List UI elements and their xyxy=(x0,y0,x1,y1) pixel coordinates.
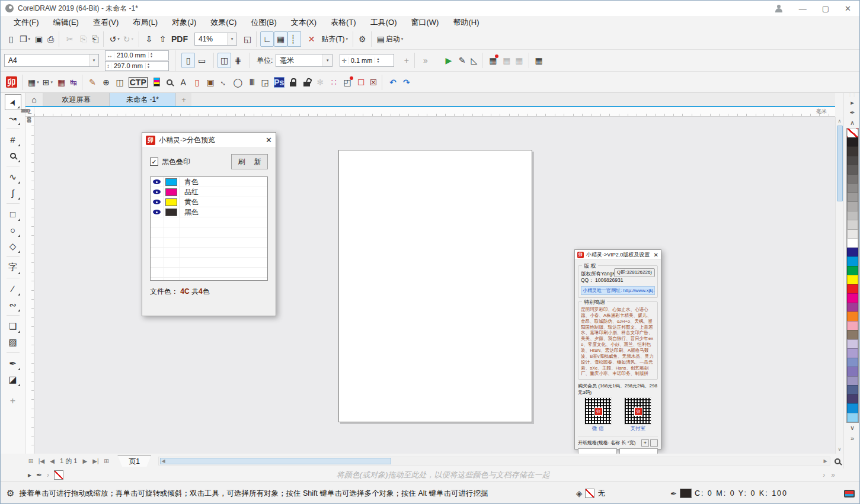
add-toolbar-button[interactable]: + xyxy=(401,53,415,68)
collapse-icon[interactable]: › xyxy=(47,471,49,479)
palette-color-swatch[interactable] xyxy=(847,146,858,156)
launch-button[interactable]: ▤ 启动 ▾ xyxy=(375,31,405,47)
palette-eyedropper-icon[interactable]: ✒ xyxy=(844,108,860,118)
official-site-link[interactable]: 小精灵唯一官网址: http://www.xjkj.com xyxy=(581,286,655,295)
proof-colors-icon[interactable] xyxy=(844,490,855,497)
add-tool-button[interactable]: + xyxy=(10,396,15,406)
pick-box-button[interactable]: ◲ ▾ xyxy=(258,75,272,90)
palette-color-swatch[interactable] xyxy=(847,137,858,147)
edit-macro-button[interactable]: ✎ xyxy=(455,53,469,68)
interactive-fill-tool[interactable]: ◪ xyxy=(5,371,21,387)
vertical-scroll-thumb[interactable] xyxy=(837,126,843,201)
snap-to-button[interactable]: 贴齐(T) ▾ xyxy=(318,31,353,47)
record-macro-button[interactable]: ▦ xyxy=(486,53,500,68)
group-frame-button[interactable]: ◰ ▾ xyxy=(341,75,354,90)
portrait-button[interactable]: ▯ xyxy=(181,53,195,68)
rectangle-tool[interactable]: □ xyxy=(5,206,21,222)
preview-zoom-button[interactable]: ▾ xyxy=(163,75,177,90)
refresh-button[interactable]: 刷 新 xyxy=(231,154,268,169)
page-1-tab[interactable]: 页1 xyxy=(117,455,151,467)
plugin-undo-button[interactable]: ↶ ▾ xyxy=(386,75,399,90)
print-button[interactable]: ⎙ ▾ xyxy=(46,31,59,47)
palette-color-swatch[interactable] xyxy=(847,211,858,221)
pick-tool[interactable]: ➤ xyxy=(5,94,21,110)
palette-color-swatch[interactable] xyxy=(847,358,858,368)
snap-off-button[interactable]: ✕ ▾ xyxy=(305,31,318,47)
plate-row[interactable]: 黑色 xyxy=(151,207,267,217)
snowflake-button[interactable]: ✻ ▾ xyxy=(314,75,327,90)
spec-name-input[interactable] xyxy=(578,448,617,454)
palette-color-swatch[interactable] xyxy=(847,238,858,248)
palette-color-swatch[interactable] xyxy=(847,385,858,395)
add-page-start-button[interactable]: ⊞ xyxy=(25,456,36,467)
imposition-button[interactable]: ◫ ▾ xyxy=(113,75,127,90)
macro-ruler-button[interactable]: ◺ xyxy=(469,53,482,68)
image-frame-button[interactable]: ▣ ▾ xyxy=(204,75,218,90)
undo-button[interactable]: ↺ ▾ xyxy=(107,31,121,47)
run-macro-button[interactable]: ▶ xyxy=(442,53,455,68)
alipay-label[interactable]: 支付宝 xyxy=(631,425,646,432)
plugin-redo-button[interactable]: ↷ ▾ xyxy=(399,75,413,90)
bspline-tool[interactable]: ∫ xyxy=(5,185,21,201)
last-page-button[interactable]: ▶| xyxy=(90,456,101,467)
polygon-tool[interactable]: ◇ xyxy=(5,238,21,254)
ellipse-tool[interactable]: ○ xyxy=(5,222,21,238)
palette-color-swatch[interactable] xyxy=(847,403,858,413)
palette-color-swatch[interactable] xyxy=(847,266,858,276)
menu-item[interactable]: 表格(T) xyxy=(324,16,363,29)
plate-row[interactable]: 青色 xyxy=(151,177,267,187)
show-grid-button[interactable]: ▦ ▾ xyxy=(274,31,287,47)
xjl-logo-button[interactable]: 卯 ▾ xyxy=(4,75,23,90)
palette-flyout-icon[interactable]: ▸ xyxy=(844,98,860,108)
expand-icon[interactable]: » xyxy=(831,471,835,479)
pen-button[interactable]: ✎ ▾ xyxy=(86,75,100,90)
menu-item[interactable]: 窗口(W) xyxy=(404,16,446,29)
drop-shadow-tool[interactable]: ❏ xyxy=(5,318,21,334)
gear-icon[interactable]: ⚙ xyxy=(7,488,14,499)
scale-button[interactable]: ↔ ▾ xyxy=(218,75,231,90)
cmyk-bars-button[interactable]: ▾ xyxy=(149,75,163,90)
palette-color-swatch[interactable] xyxy=(847,348,858,358)
spinner-arrows[interactable]: ▲▼ xyxy=(148,52,154,58)
maximize-button[interactable]: ▢ xyxy=(822,4,829,13)
tab-untitled-1[interactable]: 未命名 -1* xyxy=(110,93,176,106)
spinner-arrows[interactable]: ▲▼ xyxy=(375,57,381,63)
menu-item[interactable]: 位图(B) xyxy=(244,16,283,29)
scroll-left-icon[interactable]: ◀ xyxy=(159,458,168,464)
pause-macro-button[interactable]: ▦ xyxy=(500,53,513,68)
palette-scroll-down-icon[interactable]: ∨ xyxy=(844,423,860,433)
show-rulers-button[interactable]: ∟ ▾ xyxy=(260,31,274,47)
red-frame-button[interactable]: ▯ ▾ xyxy=(190,75,204,90)
docker-grid-button[interactable]: ▦ xyxy=(532,53,546,68)
flyout-icon[interactable]: ▸ xyxy=(28,471,31,479)
palette-color-swatch[interactable] xyxy=(847,394,858,405)
table-button[interactable]: ▦ ▾ xyxy=(55,75,68,90)
redo-button[interactable]: ↻ ▾ xyxy=(122,31,139,47)
black-overprint-checkbox[interactable]: ✓ xyxy=(150,158,158,166)
menu-item[interactable]: 文件(F) xyxy=(7,16,46,29)
palette-color-swatch[interactable] xyxy=(847,220,858,230)
vertical-ruler[interactable]: 300 250 200 150 100 50 0 xyxy=(25,117,34,454)
pan-zoom-button[interactable] xyxy=(832,456,843,467)
palette-none-swatch[interactable] xyxy=(847,128,858,138)
first-page-button[interactable]: |◀ xyxy=(36,456,47,467)
close-button[interactable]: ✕ xyxy=(845,4,851,13)
palette-expand-icon[interactable]: » xyxy=(844,433,860,443)
copy-button[interactable]: ⎘ ▾ xyxy=(76,31,90,47)
current-page-button[interactable]: ⋕ xyxy=(231,53,245,68)
units-combo[interactable]: 毫米 ▾ xyxy=(276,54,333,67)
photoshop-button[interactable]: Ps ▾ xyxy=(272,75,286,90)
palette-color-swatch[interactable] xyxy=(847,156,858,166)
menu-item[interactable]: 帮助(H) xyxy=(446,16,486,29)
registration-button[interactable]: ⊕ ▾ xyxy=(100,75,113,90)
palette-color-swatch[interactable] xyxy=(847,293,858,303)
palette-color-swatch[interactable] xyxy=(847,201,858,211)
freehand-tool[interactable]: ∿ xyxy=(5,169,21,185)
add-page-end-button[interactable]: ⊞ xyxy=(101,456,111,467)
horizontal-ruler[interactable]: ∠ 300 250 200 150 100 50 0 50 100 1 xyxy=(25,107,835,117)
spec-size-input[interactable] xyxy=(619,448,658,454)
ctp-button[interactable]: CTP ▾ xyxy=(127,75,149,90)
add-spec-button[interactable]: + xyxy=(641,439,649,447)
dialog-title-bar[interactable]: 卯 小精灵->VIP2.0版权及设置 ✕ xyxy=(575,250,661,260)
no-color-swatch[interactable] xyxy=(54,470,63,480)
